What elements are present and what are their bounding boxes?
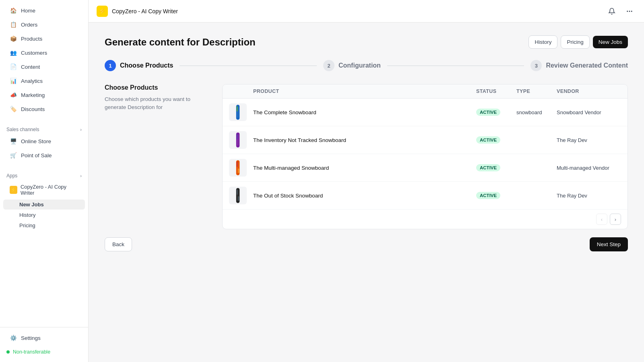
main-area: ⚡ CopyZero - AI Copy Writer Generate con… xyxy=(89,0,644,362)
sidebar-item-point-of-sale[interactable]: 🛒Point of Sale xyxy=(3,148,85,162)
col-vendor: Vendor xyxy=(557,88,621,94)
card-left: Choose Products Choose which products yo… xyxy=(105,84,209,112)
step-3-label: Review Generated Content xyxy=(546,62,628,69)
sales-channels-chevron: › xyxy=(80,127,82,132)
svg-rect-16 xyxy=(237,189,238,195)
step-connector-1 xyxy=(180,66,317,66)
sidebar-label-orders: Orders xyxy=(21,22,78,28)
step-2-label: Configuration xyxy=(339,62,381,69)
non-transferable-label: Non-transferable xyxy=(13,349,50,355)
table-row[interactable]: The Complete Snowboard ACTIVE snowboard … xyxy=(223,99,627,126)
sidebar-item-analytics[interactable]: 📊Analytics xyxy=(3,74,85,88)
svg-rect-5 xyxy=(238,113,239,118)
product-type: snowboard xyxy=(516,109,557,115)
sidebar-label-point-of-sale: Point of Sale xyxy=(21,152,78,158)
sidebar-subitem-new-jobs[interactable]: New Jobs xyxy=(3,200,85,210)
svg-rect-13 xyxy=(238,169,239,173)
table-pagination: ‹ › xyxy=(223,209,627,229)
more-menu-icon[interactable] xyxy=(623,5,636,18)
history-button[interactable]: History xyxy=(528,35,557,49)
apps-label: Apps xyxy=(6,173,17,179)
gear-icon: ⚙️ xyxy=(10,334,17,341)
table-row[interactable]: The Out of Stock Snowboard ACTIVE The Ra… xyxy=(223,182,627,209)
product-name: The Multi-managed Snowboard xyxy=(253,165,476,171)
product-thumbnail xyxy=(229,131,247,149)
sales-channels-header: Sales channels › xyxy=(0,123,88,134)
topbar-emoji: ⚡ xyxy=(98,7,106,15)
product-status: ACTIVE xyxy=(476,164,516,171)
card-right: Product Status Type Vendor The Complete … xyxy=(222,84,628,229)
app-name-label: CopyZero - AI Copy Writer xyxy=(21,184,78,196)
pricing-button[interactable]: Pricing xyxy=(561,35,589,49)
stepper: 1 Choose Products 2 Configuration 3 Revi… xyxy=(105,60,628,71)
svg-point-2 xyxy=(632,11,632,12)
customers-icon: 👥 xyxy=(10,49,17,56)
sidebar-subitem-pricing[interactable]: Pricing xyxy=(3,220,85,230)
product-vendor: Multi-managed Vendor xyxy=(557,165,621,171)
settings-label: Settings xyxy=(21,335,78,341)
topbar-app-icon: ⚡ xyxy=(97,6,108,17)
analytics-icon: 📊 xyxy=(10,77,17,84)
col-thumb xyxy=(229,88,253,94)
topbar: ⚡ CopyZero - AI Copy Writer xyxy=(89,0,644,23)
orders-icon: 📋 xyxy=(10,21,17,28)
svg-point-1 xyxy=(629,11,630,12)
back-button[interactable]: Back xyxy=(105,237,132,251)
discounts-icon: 🏷️ xyxy=(10,105,17,113)
section-title: Choose Products xyxy=(105,84,209,91)
sidebar-label-content: Content xyxy=(21,64,78,70)
sidebar-item-copyzero[interactable]: ⚡ CopyZero - AI Copy Writer xyxy=(3,181,85,199)
sidebar-label-home: Home xyxy=(21,8,78,14)
step-2: 2 Configuration xyxy=(323,60,381,71)
card-layout: Choose Products Choose which products yo… xyxy=(105,84,628,229)
sidebar-label-customers: Customers xyxy=(21,50,78,56)
sidebar-item-products[interactable]: 📦Products xyxy=(3,32,85,45)
products-icon: 📦 xyxy=(10,35,17,42)
content-icon: 📄 xyxy=(10,63,17,70)
svg-rect-17 xyxy=(238,196,239,201)
notification-icon[interactable] xyxy=(605,5,618,18)
product-thumbnail xyxy=(229,187,247,204)
product-name: The Inventory Not Tracked Snowboard xyxy=(253,137,476,143)
product-vendor: The Ray Dev xyxy=(557,137,621,143)
sidebar-item-orders[interactable]: 📋Orders xyxy=(3,18,85,31)
products-table: Product Status Type Vendor The Complete … xyxy=(222,84,628,229)
product-thumbnail xyxy=(229,159,247,177)
step-2-circle: 2 xyxy=(323,60,334,71)
pagination-prev[interactable]: ‹ xyxy=(596,214,607,225)
topbar-right xyxy=(605,5,636,18)
sidebar-item-settings[interactable]: ⚙️ Settings xyxy=(3,331,85,345)
apps-header: Apps › xyxy=(0,169,88,180)
sidebar-label-analytics: Analytics xyxy=(21,78,78,84)
circle-dot-icon xyxy=(6,350,10,354)
table-body: The Complete Snowboard ACTIVE snowboard … xyxy=(223,99,627,209)
page-title: Generate content for Description xyxy=(105,37,256,48)
app-icon: ⚡ xyxy=(10,186,17,194)
home-icon: 🏠 xyxy=(10,7,17,14)
step-1-circle: 1 xyxy=(105,60,116,71)
sidebar-item-discounts[interactable]: 🏷️Discounts xyxy=(3,102,85,116)
sidebar-item-online-store[interactable]: 🖥️Online Store xyxy=(3,134,85,148)
page-header: Generate content for Description History… xyxy=(105,35,628,49)
table-row[interactable]: The Multi-managed Snowboard ACTIVE Multi… xyxy=(223,154,627,182)
col-type: Type xyxy=(516,88,557,94)
sidebar-subitem-history[interactable]: History xyxy=(3,210,85,220)
new-jobs-button[interactable]: New Jobs xyxy=(593,36,628,48)
point-of-sale-icon: 🛒 xyxy=(10,152,17,159)
sidebar-item-marketing[interactable]: 📣Marketing xyxy=(3,88,85,102)
sidebar-label-products: Products xyxy=(21,36,78,42)
sidebar-item-content[interactable]: 📄Content xyxy=(3,60,85,74)
sidebar-item-home[interactable]: 🏠Home xyxy=(3,4,85,17)
table-row[interactable]: The Inventory Not Tracked Snowboard ACTI… xyxy=(223,126,627,154)
product-vendor: Snowboard Vendor xyxy=(557,109,621,115)
content-area: Generate content for Description History… xyxy=(89,23,644,362)
header-actions: History Pricing New Jobs xyxy=(528,35,628,49)
sidebar-item-customers[interactable]: 👥Customers xyxy=(3,46,85,60)
bottom-actions: Back Next Step xyxy=(105,237,628,251)
pagination-next[interactable]: › xyxy=(610,214,621,225)
product-name: The Out of Stock Snowboard xyxy=(253,193,476,199)
next-step-button[interactable]: Next Step xyxy=(590,237,628,251)
product-status: ACTIVE xyxy=(476,192,516,199)
sidebar-label-discounts: Discounts xyxy=(21,106,78,112)
table-header: Product Status Type Vendor xyxy=(223,84,627,99)
